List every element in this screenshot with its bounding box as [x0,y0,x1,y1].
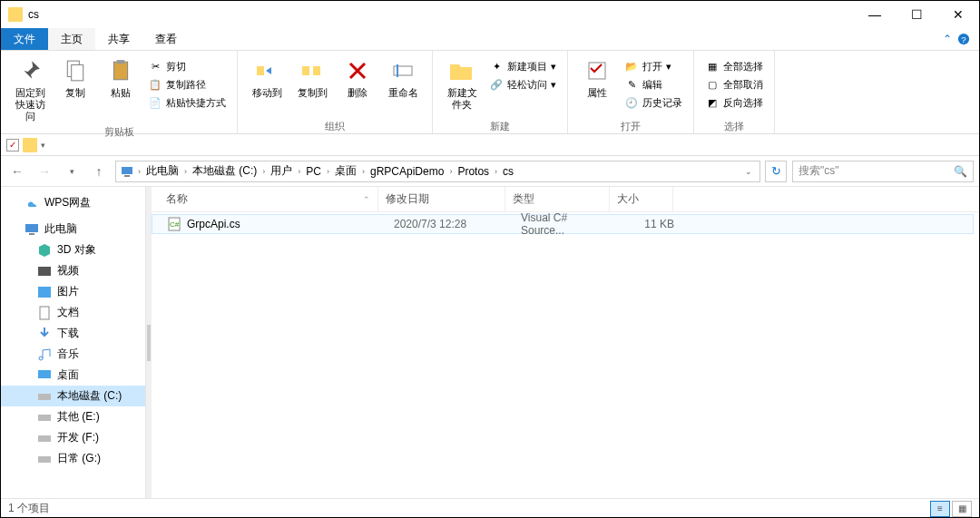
copy-to-button[interactable]: 复制到 [290,54,334,101]
properties-icon [583,56,612,85]
sidebar-item-pc[interactable]: 此电脑 [1,219,145,239]
forward-button[interactable]: → [34,161,55,182]
move-to-button[interactable]: 移动到 [245,54,289,101]
delete-button[interactable]: 删除 [336,54,379,101]
crumb-5[interactable]: gRPCApiDemo [368,165,446,178]
select-all-checkbox[interactable]: ✓ [6,139,19,151]
new-folder-button[interactable]: 新建文件夹 [440,54,484,112]
paste-icon [106,56,135,85]
col-name[interactable]: 名称⌃ [152,187,378,211]
group-label-select: 选择 [724,119,744,133]
select-none-icon: ▢ [705,77,720,92]
view-details-button[interactable]: ≡ [930,501,950,517]
window-title: cs [28,8,854,21]
disk-icon [37,410,52,425]
disk-icon [37,389,52,404]
file-row[interactable]: C#GrpcApi.cs 2020/7/3 12:28 Visual C# So… [152,214,974,234]
paste-button[interactable]: 粘贴 [99,54,142,101]
sidebar-item-video[interactable]: 视频 [1,260,145,281]
select-all-button[interactable]: ▦全部选择 [701,58,767,74]
crumb-7[interactable]: cs [501,165,515,178]
up-button[interactable]: ↑ [88,161,110,182]
crumb-1[interactable]: 本地磁盘 (C:) [191,163,259,179]
tab-share[interactable]: 共享 [95,28,142,50]
search-icon: 🔍 [954,165,967,178]
sidebar-item-documents[interactable]: 文档 [1,302,145,323]
pin-quick-access-button[interactable]: 固定到快速访问 [8,54,52,125]
sidebar-item-pictures[interactable]: 图片 [1,281,145,302]
sidebar-item-diske[interactable]: 其他 (E:) [1,406,145,427]
sort-indicator-icon: ⌃ [363,195,370,204]
open-button[interactable]: 📂打开 ▾ [621,58,686,74]
group-label-open: 打开 [621,119,641,133]
select-all-icon: ▦ [705,59,720,73]
easy-access-button[interactable]: 🔗轻松访问 ▾ [485,76,560,93]
breadcrumb[interactable]: ›此电脑 ›本地磁盘 (C:) ›用户 ›PC ›桌面 ›gRPCApiDemo… [115,161,760,182]
column-headers: 名称⌃ 修改日期 类型 大小 [152,187,979,212]
crumb-4[interactable]: 桌面 [333,163,358,179]
tab-file[interactable]: 文件 [1,28,48,50]
copy-path-button[interactable]: 📋复制路径 [144,76,230,93]
ribbon-group-select: ▦全部选择 ▢全部取消 ◩反向选择 选择 [694,51,775,133]
group-label-organize: 组织 [325,119,345,133]
select-none-button[interactable]: ▢全部取消 [701,76,767,93]
help-icon[interactable]: ? [957,33,970,45]
search-input[interactable]: 搜索"cs" 🔍 [792,161,974,182]
copy-button[interactable]: 复制 [54,54,97,101]
col-type[interactable]: 类型 [505,187,610,211]
recent-dropdown[interactable]: ▾ [61,161,83,182]
svg-rect-20 [38,456,51,463]
sidebar: WPS网盘 此电脑 3D 对象 视频 图片 文档 下载 音乐 桌面 本地磁盘 (… [1,187,146,498]
sidebar-item-music[interactable]: 音乐 [1,344,145,365]
paste-shortcut-button[interactable]: 📄粘贴快捷方式 [144,94,230,111]
new-item-button[interactable]: ✦新建项目 ▾ [485,58,560,74]
disk-icon [37,452,52,466]
back-button[interactable]: ← [6,161,28,182]
ribbon-group-clipboard: 固定到快速访问 复制 粘贴 ✂剪切 📋复制路径 📄粘贴快捷方式 剪贴板 [1,51,238,133]
properties-button[interactable]: 属性 [575,54,619,101]
svg-rect-8 [589,63,605,79]
ribbon-group-organize: 移动到 复制到 删除 重命名 组织 [238,51,433,133]
tab-home[interactable]: 主页 [48,28,95,50]
group-label-clipboard: 剪贴板 [104,125,134,139]
qat-dropdown-icon[interactable]: ▾ [41,141,45,150]
sidebar-item-diskf[interactable]: 开发 (F:) [1,427,145,448]
new-folder-icon [447,56,476,85]
history-icon: 🕘 [624,95,639,110]
sidebar-item-downloads[interactable]: 下载 [1,323,145,344]
col-size[interactable]: 大小 [610,187,673,211]
desktop-icon [37,368,52,383]
invert-icon: ◩ [705,95,720,110]
invert-selection-button[interactable]: ◩反向选择 [701,94,767,111]
delete-icon [343,56,372,85]
col-date[interactable]: 修改日期 [378,187,505,211]
svg-rect-9 [122,167,132,174]
edit-button[interactable]: ✎编辑 [621,76,686,93]
tab-view[interactable]: 查看 [142,28,190,50]
view-icons-button[interactable]: ▦ [952,501,972,517]
address-dropdown-icon[interactable]: ⌄ [741,167,756,176]
crumb-3[interactable]: PC [304,165,323,178]
sidebar-item-wps[interactable]: WPS网盘 [1,192,145,213]
scissors-icon: ✂ [148,59,162,73]
ribbon-group-new: 新建文件夹 ✦新建项目 ▾ 🔗轻松访问 ▾ 新建 [433,51,568,133]
history-button[interactable]: 🕘历史记录 [621,94,686,111]
crumb-0[interactable]: 此电脑 [144,163,181,179]
rename-icon [388,56,417,85]
crumb-6[interactable]: Protos [456,165,491,178]
sidebar-item-diskc[interactable]: 本地磁盘 (C:) [1,386,145,406]
minimize-button[interactable]: — [854,1,896,28]
cut-button[interactable]: ✂剪切 [144,58,230,74]
sidebar-item-3d[interactable]: 3D 对象 [1,239,145,260]
open-icon: 📂 [624,59,639,73]
sidebar-item-desktop[interactable]: 桌面 [1,365,145,386]
video-icon [37,264,52,279]
ribbon-collapse[interactable]: ⌃ ? [943,28,979,50]
rename-button[interactable]: 重命名 [381,54,425,101]
crumb-2[interactable]: 用户 [269,163,294,179]
close-button[interactable]: ✕ [937,1,979,28]
svg-rect-15 [40,307,49,319]
refresh-button[interactable]: ↻ [765,161,787,182]
maximize-button[interactable]: ☐ [896,1,937,28]
sidebar-item-diskg[interactable]: 日常 (G:) [1,448,145,469]
